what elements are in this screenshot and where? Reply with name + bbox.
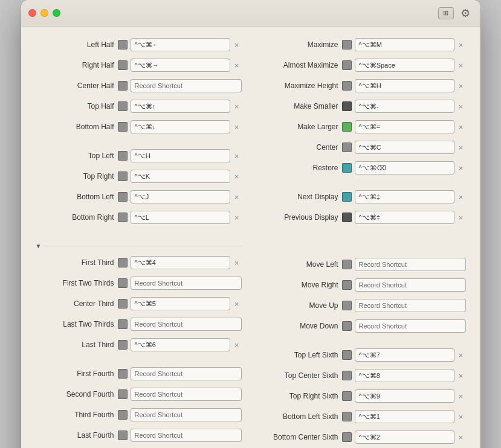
shortcut-input[interactable]: ^⌥⌘← — [131, 38, 230, 51]
color-swatch[interactable] — [118, 60, 128, 70]
clear-shortcut-button[interactable]: × — [232, 101, 242, 111]
color-swatch[interactable] — [118, 258, 128, 267]
clear-shortcut-button[interactable]: × — [456, 60, 466, 70]
color-swatch[interactable] — [342, 412, 352, 421]
shortcut-input[interactable]: ^⌥⌘2 — [355, 430, 454, 444]
color-swatch[interactable] — [342, 260, 352, 269]
shortcut-input[interactable]: ^⌥⌘‡ — [355, 190, 454, 203]
shortcut-input[interactable]: Record Shortcut — [131, 318, 242, 331]
color-swatch[interactable] — [342, 101, 352, 111]
shortcut-input[interactable]: ^⌥⌘↓ — [131, 120, 230, 133]
color-swatch[interactable] — [118, 410, 128, 420]
shortcut-input[interactable]: Record Shortcut — [131, 388, 242, 401]
color-swatch[interactable] — [118, 389, 128, 399]
color-swatch[interactable] — [118, 340, 128, 350]
shortcut-input[interactable]: ^⌥H — [131, 149, 230, 162]
shortcut-input[interactable]: ^⌥⌘M — [355, 38, 454, 51]
shortcut-input[interactable]: Record Shortcut — [355, 299, 466, 312]
clear-shortcut-button[interactable]: × — [456, 81, 466, 91]
clear-shortcut-button[interactable]: × — [456, 40, 466, 50]
clear-shortcut-button[interactable]: × — [232, 258, 242, 267]
clear-shortcut-button[interactable]: × — [456, 350, 466, 360]
clear-shortcut-button[interactable]: × — [232, 299, 242, 309]
color-swatch[interactable] — [342, 192, 352, 202]
clear-shortcut-button[interactable]: × — [456, 142, 466, 152]
layout-icon-button[interactable]: ⊞ — [438, 7, 454, 19]
color-swatch[interactable] — [118, 213, 128, 222]
clear-shortcut-button[interactable]: × — [456, 412, 466, 421]
color-swatch[interactable] — [118, 151, 128, 161]
shortcut-input[interactable]: ^⌥⌘→ — [131, 59, 230, 72]
color-swatch[interactable] — [118, 299, 128, 309]
color-swatch[interactable] — [118, 192, 128, 202]
maximize-button[interactable] — [53, 9, 60, 17]
color-swatch[interactable] — [342, 163, 352, 173]
color-swatch[interactable] — [342, 40, 352, 50]
clear-shortcut-button[interactable]: × — [232, 151, 242, 161]
shortcut-input[interactable]: ^⌥⌘⌫ — [355, 161, 454, 174]
color-swatch[interactable] — [118, 40, 128, 50]
shortcut-input[interactable]: ^⌥⌘5 — [131, 297, 230, 310]
shortcut-input[interactable]: ^⌥⌘↑ — [131, 100, 230, 113]
shortcut-input[interactable]: ^⌥⌘9 — [355, 389, 454, 403]
shortcut-input[interactable]: Record Shortcut — [355, 319, 466, 333]
color-swatch[interactable] — [342, 391, 352, 401]
clear-shortcut-button[interactable]: × — [456, 432, 466, 442]
color-swatch[interactable] — [118, 122, 128, 132]
color-swatch[interactable] — [342, 213, 352, 222]
shortcut-input[interactable]: ^⌥L — [131, 211, 230, 224]
color-swatch[interactable] — [342, 350, 352, 360]
shortcut-input[interactable]: Record Shortcut — [355, 258, 466, 271]
close-button[interactable] — [28, 9, 36, 17]
color-swatch[interactable] — [342, 371, 352, 380]
shortcut-input[interactable]: ^⌥J — [131, 190, 230, 203]
color-swatch[interactable] — [342, 81, 352, 91]
clear-shortcut-button[interactable]: × — [232, 340, 242, 350]
color-swatch[interactable] — [118, 171, 128, 181]
shortcut-input[interactable]: Record Shortcut — [131, 367, 242, 380]
shortcut-input[interactable]: ^⌥K — [131, 170, 230, 183]
color-swatch[interactable] — [118, 319, 128, 329]
shortcut-input[interactable]: ^⌥⌘Space — [355, 59, 454, 72]
shortcut-input[interactable]: ^⌥⌘8 — [355, 369, 454, 382]
shortcut-input[interactable]: Record Shortcut — [131, 277, 242, 290]
clear-shortcut-button[interactable]: × — [232, 122, 242, 132]
clear-shortcut-button[interactable]: × — [456, 192, 466, 202]
shortcut-input[interactable]: Record Shortcut — [131, 429, 242, 442]
gear-icon-button[interactable]: ⚙ — [457, 5, 473, 21]
shortcut-input[interactable]: ^⌥⌘1 — [355, 410, 454, 423]
shortcut-input[interactable]: ^⌥⌘- — [355, 100, 454, 113]
minimize-button[interactable] — [40, 9, 48, 17]
color-swatch[interactable] — [342, 60, 352, 70]
clear-shortcut-button[interactable]: × — [232, 60, 242, 70]
color-swatch[interactable] — [342, 301, 352, 310]
color-swatch[interactable] — [118, 369, 128, 379]
clear-shortcut-button[interactable]: × — [456, 122, 466, 132]
color-swatch[interactable] — [342, 122, 352, 132]
color-swatch[interactable] — [118, 101, 128, 111]
clear-shortcut-button[interactable]: × — [232, 171, 242, 181]
shortcut-input[interactable]: ^⌥⌘C — [355, 141, 454, 154]
clear-shortcut-button[interactable]: × — [456, 213, 466, 222]
shortcut-input[interactable]: Record Shortcut — [355, 278, 466, 292]
clear-shortcut-button[interactable]: × — [456, 371, 466, 380]
shortcut-input[interactable]: Record Shortcut — [131, 408, 242, 421]
color-swatch[interactable] — [118, 430, 128, 440]
color-swatch[interactable] — [118, 278, 128, 288]
shortcut-input[interactable]: ^⌥⌘= — [355, 120, 454, 133]
color-swatch[interactable] — [342, 280, 352, 290]
shortcut-input[interactable]: ^⌥⌘‡ — [355, 211, 454, 224]
color-swatch[interactable] — [342, 321, 352, 331]
color-swatch[interactable] — [342, 142, 352, 152]
clear-shortcut-button[interactable]: × — [232, 40, 242, 50]
shortcut-input[interactable]: ^⌥⌘H — [355, 79, 454, 92]
clear-shortcut-button[interactable]: × — [456, 391, 466, 401]
shortcut-input[interactable]: ^⌥⌘4 — [131, 256, 230, 269]
clear-shortcut-button[interactable]: × — [456, 101, 466, 111]
shortcut-input[interactable]: ^⌥⌘6 — [131, 338, 230, 351]
color-swatch[interactable] — [118, 81, 128, 91]
shortcut-input[interactable]: Record Shortcut — [131, 79, 242, 92]
clear-shortcut-button[interactable]: × — [456, 163, 466, 173]
clear-shortcut-button[interactable]: × — [232, 213, 242, 222]
clear-shortcut-button[interactable]: × — [232, 192, 242, 202]
